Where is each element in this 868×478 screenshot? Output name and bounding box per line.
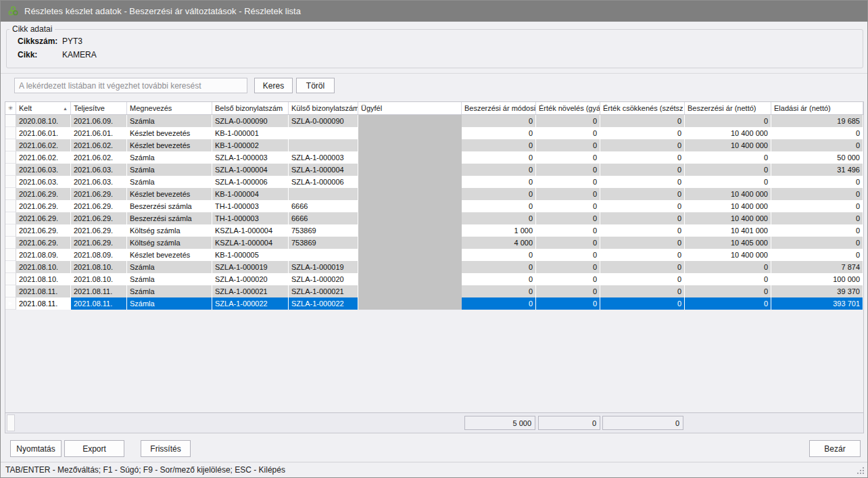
table-cell[interactable]: [358, 249, 462, 261]
table-cell[interactable]: 753869: [289, 224, 358, 237]
table-cell[interactable]: 2021.08.09.: [71, 249, 127, 261]
table-cell[interactable]: TH-1-000003: [212, 212, 289, 224]
table-cell[interactable]: 10 400 000: [685, 188, 771, 200]
table-cell[interactable]: 0: [536, 249, 600, 261]
table-cell[interactable]: KSZLA-1-000004: [212, 224, 289, 237]
table-row[interactable]: 2021.06.03.2021.06.03.SzámlaSZLA-1-00000…: [5, 176, 863, 188]
frissites-button[interactable]: Frissítés: [141, 440, 191, 457]
table-cell[interactable]: 0: [771, 237, 863, 249]
table-cell[interactable]: 2021.06.29.: [16, 212, 71, 224]
table-cell[interactable]: 0: [536, 285, 600, 297]
table-cell[interactable]: 2021.06.29.: [71, 188, 127, 200]
table-cell[interactable]: 0: [462, 261, 536, 273]
column-header-kelt[interactable]: Kelt ▲: [16, 102, 71, 114]
table-cell[interactable]: 0: [536, 151, 600, 164]
table-cell[interactable]: 10 400 000: [685, 200, 771, 212]
table-cell[interactable]: SZLA-1-000021: [289, 285, 358, 297]
table-cell[interactable]: 4 000: [462, 237, 536, 249]
table-cell[interactable]: 0: [462, 139, 536, 151]
table-cell[interactable]: 2021.08.10.: [16, 261, 71, 273]
table-cell[interactable]: 0: [462, 151, 536, 164]
table-row[interactable]: ▶2021.08.11.2021.08.11.SzámlaSZLA-1-0000…: [5, 297, 863, 310]
column-header-ertek-csokkenes[interactable]: Érték csökkenés (szétsz: [600, 102, 685, 114]
table-cell[interactable]: 2021.08.11.: [71, 285, 127, 297]
table-cell[interactable]: 0: [536, 127, 600, 139]
table-cell[interactable]: 0: [462, 200, 536, 212]
table-cell[interactable]: 0: [462, 285, 536, 297]
table-cell[interactable]: 0: [536, 115, 600, 127]
table-cell[interactable]: 10 400 000: [685, 212, 771, 224]
table-cell[interactable]: 0: [600, 285, 685, 297]
search-input[interactable]: [14, 78, 247, 93]
table-cell[interactable]: 0: [600, 249, 685, 261]
table-cell[interactable]: 0: [536, 297, 600, 310]
column-header-belso-bizonylatszam[interactable]: Belső bizonylatszám: [212, 102, 289, 114]
table-cell[interactable]: 2021.06.29.: [16, 237, 71, 249]
table-cell[interactable]: 0: [536, 237, 600, 249]
column-header-eladasi-ar-netto[interactable]: Eladási ár (nettó): [771, 102, 863, 114]
table-cell[interactable]: 0: [536, 139, 600, 151]
table-cell[interactable]: [358, 237, 462, 249]
table-cell[interactable]: 2021.06.02.: [71, 151, 127, 164]
table-cell[interactable]: Költség számla: [127, 237, 212, 249]
table-row[interactable]: 2021.06.29.2021.06.29.Költség számlaKSZL…: [5, 224, 863, 237]
table-cell[interactable]: [358, 139, 462, 151]
table-cell[interactable]: 2021.08.09.: [16, 249, 71, 261]
table-cell[interactable]: 2021.06.03.: [16, 176, 71, 188]
table-cell[interactable]: 1 000: [462, 224, 536, 237]
table-cell[interactable]: [358, 224, 462, 237]
table-cell[interactable]: 0: [771, 224, 863, 237]
table-cell[interactable]: [289, 139, 358, 151]
table-cell[interactable]: 6666: [289, 200, 358, 212]
table-cell[interactable]: Számla: [127, 176, 212, 188]
table-cell[interactable]: 0: [685, 273, 771, 285]
table-cell[interactable]: 0: [536, 176, 600, 188]
table-cell[interactable]: Számla: [127, 297, 212, 310]
table-cell[interactable]: 0: [462, 115, 536, 127]
table-cell[interactable]: 7 874: [771, 261, 863, 273]
table-cell[interactable]: 0: [600, 139, 685, 151]
table-cell[interactable]: 0: [536, 273, 600, 285]
column-header-beszerzesi-ar-modositas[interactable]: Beszerzési ár módosi: [462, 102, 536, 114]
table-cell[interactable]: SZLA-1-000022: [289, 297, 358, 310]
table-cell[interactable]: [358, 200, 462, 212]
table-cell[interactable]: [358, 261, 462, 273]
table-cell[interactable]: 0: [685, 115, 771, 127]
table-cell[interactable]: SZLA-1-000004: [212, 164, 289, 176]
table-cell[interactable]: 0: [771, 200, 863, 212]
table-cell[interactable]: 31 496: [771, 164, 863, 176]
table-cell[interactable]: 0: [685, 297, 771, 310]
table-row[interactable]: 2021.06.29.2021.06.29.Készlet bevezetésK…: [5, 188, 863, 200]
table-cell[interactable]: 2021.06.29.: [71, 237, 127, 249]
table-cell[interactable]: 0: [685, 164, 771, 176]
table-cell[interactable]: Beszerzési számla: [127, 200, 212, 212]
table-cell[interactable]: 2021.06.02.: [16, 151, 71, 164]
table-cell[interactable]: 0: [600, 151, 685, 164]
table-cell[interactable]: 39 370: [771, 285, 863, 297]
table-cell[interactable]: 10 400 000: [685, 249, 771, 261]
table-cell[interactable]: 2020.08.10.: [16, 115, 71, 127]
table-cell[interactable]: 2021.06.02.: [16, 139, 71, 151]
table-cell[interactable]: 6666: [289, 212, 358, 224]
table-cell[interactable]: Számla: [127, 261, 212, 273]
table-cell[interactable]: Készlet bevezetés: [127, 249, 212, 261]
table-cell[interactable]: 0: [462, 297, 536, 310]
table-cell[interactable]: 0: [600, 237, 685, 249]
table-cell[interactable]: Beszerzési számla: [127, 212, 212, 224]
table-cell[interactable]: 0: [462, 273, 536, 285]
table-cell[interactable]: 0: [536, 212, 600, 224]
titlebar[interactable]: Részletes készlet adatok - Beszerzési ár…: [1, 1, 867, 22]
export-button[interactable]: Export: [64, 440, 124, 457]
table-cell[interactable]: SZLA-1-000020: [289, 273, 358, 285]
table-cell[interactable]: 0: [771, 212, 863, 224]
table-cell[interactable]: SZLA-1-000022: [212, 297, 289, 310]
table-cell[interactable]: 0: [600, 212, 685, 224]
table-cell[interactable]: 2021.06.29.: [16, 224, 71, 237]
table-cell[interactable]: 2021.06.29.: [71, 212, 127, 224]
table-cell[interactable]: Számla: [127, 151, 212, 164]
table-row[interactable]: 2021.08.11.2021.08.11.SzámlaSZLA-1-00002…: [5, 285, 863, 297]
table-cell[interactable]: 0: [600, 176, 685, 188]
table-cell[interactable]: 100 000: [771, 273, 863, 285]
table-cell[interactable]: KB-1-000002: [212, 139, 289, 151]
table-cell[interactable]: 0: [771, 139, 863, 151]
